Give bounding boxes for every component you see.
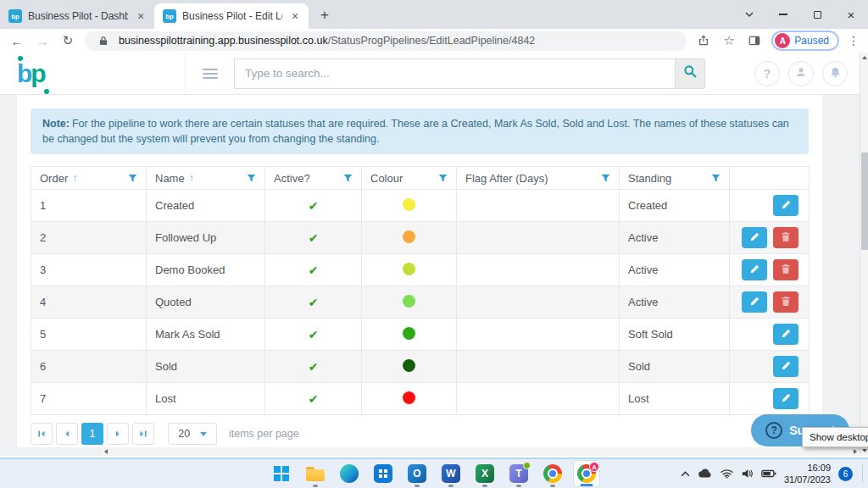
prev-page-button[interactable] <box>56 423 78 445</box>
current-page-button[interactable]: 1 <box>81 423 103 445</box>
bookmark-star-icon[interactable]: ☆ <box>721 33 737 48</box>
filter-icon[interactable] <box>247 174 256 183</box>
tab-close-icon[interactable]: × <box>288 9 302 23</box>
filter-icon[interactable] <box>711 174 721 183</box>
side-panel-icon[interactable] <box>746 34 763 47</box>
file-explorer-button[interactable] <box>302 460 329 487</box>
tray-chevron-up-icon[interactable] <box>681 471 690 477</box>
teams-icon: T <box>509 464 528 483</box>
forward-button[interactable]: → <box>34 34 51 48</box>
menu-toggle-button[interactable] <box>185 53 234 94</box>
back-button[interactable]: ← <box>8 34 25 48</box>
battery-icon[interactable] <box>761 469 776 478</box>
notification-count-badge[interactable]: 6 <box>838 467 853 481</box>
name-cell: Mark As Sold <box>147 319 265 351</box>
column-header-actions <box>730 167 810 190</box>
horizontal-scrollbar[interactable] <box>102 447 860 456</box>
chrome-button[interactable] <box>539 460 566 487</box>
filter-icon[interactable] <box>128 174 137 183</box>
wifi-icon[interactable] <box>721 469 733 479</box>
profile-sync-paused-button[interactable]: A Paused <box>771 30 839 51</box>
filter-icon[interactable] <box>343 174 353 183</box>
note-text: For the pipeline to work there are certa… <box>42 118 789 145</box>
notifications-button[interactable] <box>822 61 848 86</box>
sort-asc-icon[interactable]: ↑ <box>72 172 77 184</box>
tab-edit-lead-pipeline[interactable]: bp Business Pilot - Edit Lead Pipeline × <box>154 3 309 29</box>
share-icon[interactable] <box>695 34 712 47</box>
edit-button[interactable] <box>742 291 767 313</box>
filter-icon[interactable] <box>601 174 610 183</box>
window-maximize-button[interactable] <box>800 0 834 29</box>
bp-favicon: bp <box>163 9 176 23</box>
active-check-icon: ✔ <box>309 263 319 277</box>
edit-button[interactable] <box>773 324 798 345</box>
column-header-flag-after[interactable]: Flag After (Days) <box>457 167 620 190</box>
windows-logo-icon <box>274 466 289 481</box>
bell-icon <box>829 66 842 81</box>
edit-button[interactable] <box>742 227 767 248</box>
delete-button[interactable] <box>773 227 798 248</box>
excel-button[interactable]: X <box>471 460 498 487</box>
active-check-icon: ✔ <box>309 328 319 341</box>
flag-after-cell <box>457 254 620 286</box>
word-button[interactable]: W <box>437 460 465 487</box>
help-button[interactable]: ? <box>754 61 780 86</box>
tab-search-chevron-icon[interactable] <box>732 0 766 29</box>
scroll-up-arrow[interactable] <box>862 56 867 59</box>
new-tab-button[interactable]: + <box>314 4 336 26</box>
name-cell: Sold <box>147 351 265 383</box>
reload-button[interactable]: ↻ <box>59 33 76 48</box>
chrome-icon: A <box>577 464 596 483</box>
standing-cell: Created <box>620 190 730 222</box>
column-header-order[interactable]: Order↑ <box>31 167 147 190</box>
column-header-standing[interactable]: Standing <box>620 167 730 190</box>
windows-taskbar: O W X T A 16:09 31/07/2023 6 <box>0 458 868 488</box>
sort-asc-icon[interactable]: ↑ <box>189 172 194 184</box>
next-page-button[interactable] <box>107 423 129 445</box>
column-header-active[interactable]: Active? <box>265 167 362 190</box>
edge-button[interactable] <box>336 460 363 487</box>
active-check-icon: ✔ <box>309 392 319 406</box>
url-path: /StatusProgPipelines/EditLeadPipeline/48… <box>328 35 536 47</box>
filter-icon[interactable] <box>438 174 448 183</box>
scroll-down-arrow[interactable] <box>862 449 867 452</box>
page-size-select[interactable]: 20 <box>168 423 217 445</box>
teams-button[interactable]: T <box>505 460 532 487</box>
taskbar-clock[interactable]: 16:09 31/07/2023 <box>784 462 831 486</box>
tab-dashboard[interactable]: bp Business Pilot - Dashboard × <box>0 3 154 29</box>
colour-dot <box>403 359 415 372</box>
tab-close-icon[interactable]: × <box>134 9 147 23</box>
search-button[interactable] <box>675 58 705 89</box>
last-page-button[interactable] <box>132 423 154 445</box>
scroll-right-arrow[interactable] <box>854 449 857 454</box>
scroll-left-arrow[interactable] <box>104 449 108 454</box>
browser-menu-icon[interactable]: ⋮ <box>848 34 860 47</box>
edit-button[interactable] <box>773 356 798 377</box>
start-button[interactable] <box>268 460 295 487</box>
window-minimize-button[interactable] <box>766 0 800 29</box>
window-close-button[interactable]: × <box>834 0 868 29</box>
order-cell: 7 <box>31 383 147 415</box>
column-header-name[interactable]: Name↑ <box>147 167 265 190</box>
search-input[interactable] <box>234 58 675 89</box>
edit-button[interactable] <box>773 195 798 216</box>
table-row: 4 Quoted ✔ Active <box>31 286 810 319</box>
edit-button[interactable] <box>773 388 798 409</box>
onedrive-cloud-icon[interactable] <box>698 469 713 479</box>
show-desktop-strip[interactable] <box>862 465 863 482</box>
vertical-scrollbar[interactable] <box>860 53 868 456</box>
delete-button[interactable] <box>773 291 798 313</box>
order-cell: 2 <box>31 222 147 254</box>
edit-button[interactable] <box>742 259 767 280</box>
outlook-button[interactable]: O <box>403 460 431 487</box>
volume-icon[interactable] <box>741 469 754 479</box>
colour-dot <box>403 263 415 275</box>
user-button[interactable] <box>788 61 814 86</box>
vertical-scroll-thumb[interactable] <box>861 152 868 250</box>
first-page-button[interactable] <box>31 423 53 445</box>
delete-button[interactable] <box>773 259 798 280</box>
column-header-colour[interactable]: Colour <box>362 167 457 190</box>
chrome-active-button[interactable]: A <box>573 460 600 487</box>
microsoft-store-button[interactable] <box>370 460 397 487</box>
address-bar[interactable]: businesspilottraining.app.businesspilot.… <box>85 31 687 51</box>
